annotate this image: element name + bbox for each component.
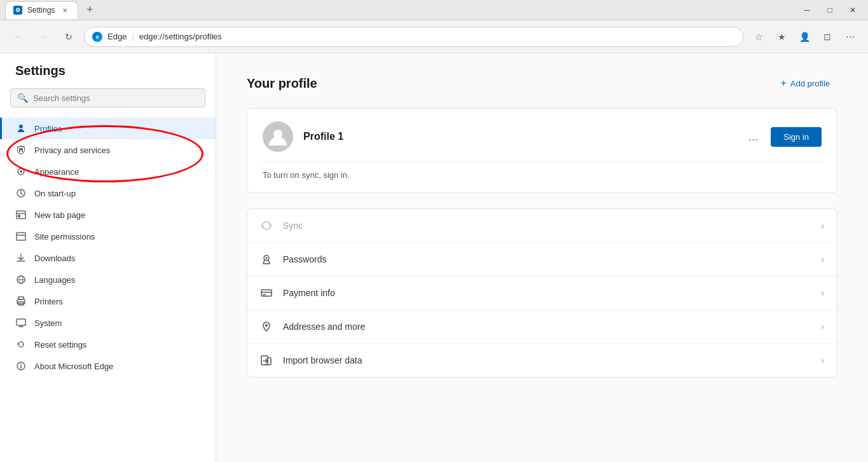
sidebar-item-reset-label: Reset settings — [34, 340, 86, 350]
sidebar-item-printers-label: Printers — [34, 297, 63, 306]
sidebar-item-about[interactable]: About Microsoft Edge — [0, 355, 216, 377]
window-controls: ─ □ ✕ — [797, 4, 863, 17]
profile-name: Profile 1 — [303, 131, 343, 142]
page-title: Your profile — [247, 76, 317, 91]
profile-card: Profile 1 ... Sign in To turn on sync, s… — [247, 108, 837, 193]
addresses-label: Addresses and more — [283, 322, 811, 332]
sign-in-button[interactable]: Sign in — [771, 127, 822, 147]
newtab-icon — [15, 209, 27, 221]
sidebar-item-downloads-label: Downloads — [34, 254, 75, 263]
addresses-arrow-icon: › — [821, 322, 824, 332]
sidebar-item-sitepermissions[interactable]: Site permissions — [0, 226, 216, 247]
sync-notice: To turn on sync, sign in. — [263, 162, 822, 180]
system-icon — [15, 317, 27, 329]
sidebar-item-profiles[interactable]: Profiles — [0, 118, 216, 139]
profile-menu-section: Sync › Passwords › — [247, 208, 837, 377]
svg-rect-19 — [261, 290, 272, 296]
forward-button[interactable]: → — [33, 27, 53, 47]
svg-point-18 — [266, 257, 268, 259]
appearance-icon — [15, 166, 27, 177]
svg-point-21 — [265, 324, 268, 327]
title-bar-left: ⚙ Settings ✕ + — [5, 1, 99, 19]
collections-button[interactable]: ★ — [771, 27, 792, 47]
sidebar-item-sitepermissions-label: Site permissions — [34, 232, 95, 241]
sitepermissions-icon — [15, 231, 27, 242]
close-button[interactable]: ✕ — [843, 4, 863, 17]
passwords-label: Passwords — [283, 254, 811, 264]
sidebar-item-languages-label: Languages — [34, 275, 75, 285]
new-tab-button[interactable]: + — [81, 1, 99, 19]
url-display: edge://settings/profiles — [139, 32, 222, 41]
address-bar: ← → ↻ e Edge | edge://settings/profiles … — [0, 20, 868, 53]
toolbar-actions: ☆ ★ 👤 ⊡ ⋯ — [748, 27, 860, 47]
sidebar-item-system[interactable]: System — [0, 312, 216, 334]
main-container: Settings 🔍 Profiles — [0, 53, 868, 462]
svg-rect-7 — [18, 215, 20, 217]
sidebar-item-appearance-label: Appearance — [34, 167, 79, 177]
reset-icon — [15, 339, 27, 350]
menu-item-payment[interactable]: Payment info › — [247, 276, 837, 310]
sidebar-item-appearance[interactable]: Appearance — [0, 161, 216, 182]
favorites-button[interactable]: ☆ — [748, 27, 769, 47]
address-input[interactable]: e Edge | edge://settings/profiles — [84, 27, 743, 47]
printers-icon — [15, 296, 27, 307]
payment-icon — [260, 287, 273, 299]
profile-actions: ... Sign in — [743, 127, 822, 147]
svg-rect-13 — [17, 319, 25, 325]
menu-item-passwords[interactable]: Passwords › — [247, 243, 837, 276]
sidebar-item-profiles-label: Profiles — [34, 124, 62, 133]
downloads-icon — [15, 252, 27, 264]
sidebar-item-newtab[interactable]: New tab page — [0, 204, 216, 226]
settings-more-button[interactable]: ⋯ — [840, 27, 860, 47]
avatar — [263, 121, 293, 152]
svg-point-4 — [20, 170, 22, 173]
menu-item-addresses[interactable]: Addresses and more › — [247, 310, 837, 344]
search-box[interactable]: 🔍 — [10, 88, 205, 107]
sidebar-item-downloads[interactable]: Downloads — [0, 247, 216, 269]
sync-arrow-icon: › — [821, 221, 824, 231]
sidebar-item-languages[interactable]: Languages — [0, 269, 216, 290]
refresh-button[interactable]: ↻ — [59, 27, 79, 47]
sync-icon — [260, 219, 273, 232]
sidebar-item-printers[interactable]: Printers — [0, 290, 216, 312]
tab-close-button[interactable]: ✕ — [60, 5, 70, 15]
settings-tab-label: Settings — [27, 6, 55, 15]
title-bar: ⚙ Settings ✕ + ─ □ ✕ — [0, 0, 868, 20]
search-icon: 🔍 — [17, 93, 28, 103]
svg-rect-8 — [17, 233, 25, 240]
payment-arrow-icon: › — [821, 288, 824, 298]
sidebar-item-startup[interactable]: On start-up — [0, 182, 216, 204]
maximize-button[interactable]: □ — [820, 4, 840, 17]
startup-icon — [15, 187, 27, 199]
import-icon — [260, 354, 273, 367]
profiles-icon — [15, 123, 27, 134]
passwords-icon — [260, 253, 273, 266]
back-button[interactable]: ← — [8, 27, 28, 47]
content-header: Your profile + Add profile — [247, 74, 837, 93]
minimize-button[interactable]: ─ — [797, 4, 817, 17]
sidebar-item-newtab-label: New tab page — [34, 210, 85, 220]
import-arrow-icon: › — [821, 355, 824, 365]
settings-tab[interactable]: ⚙ Settings ✕ — [5, 1, 78, 19]
split-window-button[interactable]: ⊡ — [817, 27, 837, 47]
profile-button[interactable]: 👤 — [794, 27, 815, 47]
sidebar-item-privacy-label: Privacy and services — [34, 146, 110, 155]
profile-more-button[interactable]: ... — [743, 128, 763, 146]
settings-tab-icon: ⚙ — [13, 6, 22, 15]
menu-item-import[interactable]: Import browser data › — [247, 344, 837, 377]
sidebar-item-reset[interactable]: Reset settings — [0, 334, 216, 355]
add-profile-icon: + — [781, 78, 787, 89]
sidebar-item-system-label: System — [34, 318, 62, 328]
payment-label: Payment info — [283, 288, 811, 298]
sidebar: Settings 🔍 Profiles — [0, 53, 216, 462]
profile-info: Profile 1 ... Sign in — [263, 121, 822, 152]
add-profile-button[interactable]: + Add profile — [773, 74, 838, 93]
search-input[interactable] — [33, 93, 198, 103]
languages-icon — [15, 274, 27, 285]
import-label: Import browser data — [283, 355, 811, 365]
content-area: Your profile + Add profile Profile 1 ...… — [216, 53, 868, 462]
svg-rect-6 — [17, 211, 25, 219]
menu-item-sync[interactable]: Sync › — [247, 209, 837, 243]
sidebar-item-privacy[interactable]: Privacy and services — [0, 139, 216, 161]
about-icon — [15, 360, 27, 372]
